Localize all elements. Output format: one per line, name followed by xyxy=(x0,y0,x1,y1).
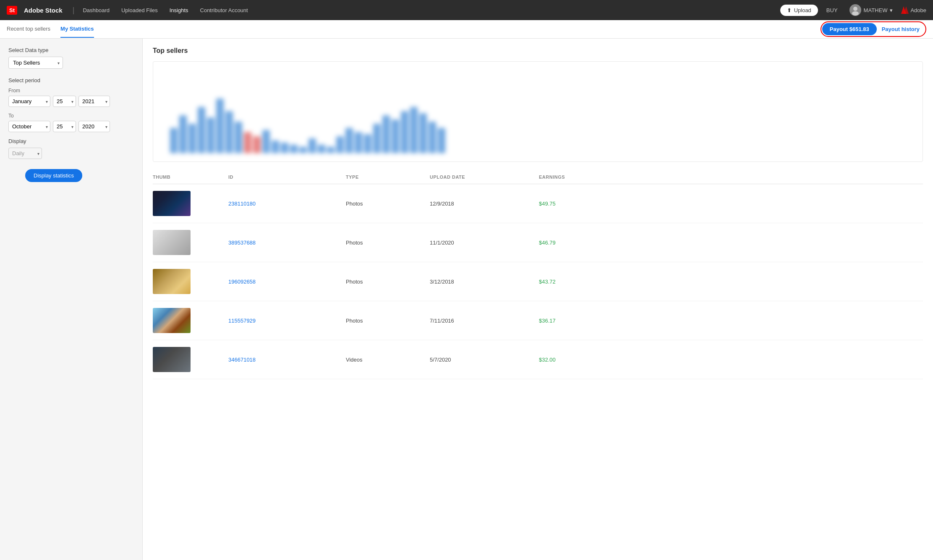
adobe-link[interactable]: Adobe xyxy=(901,6,926,14)
table-row: 238110180 Photos 12/9/2018 $49.75 xyxy=(153,184,923,223)
svg-point-1 xyxy=(852,11,859,16)
chart-bar xyxy=(262,130,270,153)
thumbnail-image xyxy=(153,191,191,216)
nav-link-contributor-account[interactable]: Contributor Account xyxy=(197,7,251,13)
to-year-select[interactable]: 2021202020192018 xyxy=(78,121,110,132)
display-select-wrap: DailyWeeklyMonthly ▾ xyxy=(8,148,42,159)
table-cell-earnings: $46.79 xyxy=(539,240,923,246)
table-cell-id: 346671018 xyxy=(228,356,346,363)
to-month-select[interactable]: JanuaryFebruaryMarchApril MayJuneJulyAug… xyxy=(8,121,50,132)
nav-link-insights[interactable]: Insights xyxy=(166,7,192,13)
chart-bar xyxy=(373,124,381,153)
brand-logo: St xyxy=(7,6,17,15)
table-cell-type: Photos xyxy=(346,240,430,246)
asset-id-link[interactable]: 115557929 xyxy=(228,318,256,324)
col-type: TYPE xyxy=(346,175,430,180)
thumbnail-image xyxy=(153,269,191,294)
col-earnings: EARNINGS xyxy=(539,175,923,180)
chart-bar xyxy=(345,128,353,153)
from-label: From xyxy=(8,88,134,94)
from-month-select[interactable]: JanuaryFebruaryMarchApril MayJuneJulyAug… xyxy=(8,96,50,107)
chart-bar xyxy=(179,115,187,153)
table-cell-upload-date: 5/7/2020 xyxy=(430,357,539,363)
to-label: To xyxy=(8,113,134,119)
chart-bar xyxy=(272,141,279,153)
avatar xyxy=(849,4,861,16)
svg-point-0 xyxy=(853,7,857,11)
display-label: Display xyxy=(8,138,134,144)
user-chevron-icon: ▾ xyxy=(890,7,893,13)
asset-id-link[interactable]: 238110180 xyxy=(228,201,256,207)
table-cell-id: 389537688 xyxy=(228,239,346,246)
upload-button[interactable]: ⬆ Upload xyxy=(780,5,818,16)
chart-bar xyxy=(364,134,371,153)
chart-bar xyxy=(188,124,196,153)
col-upload-date: UPLOAD DATE xyxy=(430,175,539,180)
period-label: Select period xyxy=(8,77,134,83)
table-cell-earnings: $43.72 xyxy=(539,279,923,285)
upload-label: Upload xyxy=(794,7,811,13)
data-type-select[interactable]: Top Sellers Downloads Views xyxy=(8,57,63,69)
table-row: 389537688 Photos 11/1/2020 $46.79 xyxy=(153,223,923,262)
nav-divider: | xyxy=(73,6,75,15)
thumbnail-image xyxy=(153,347,191,372)
to-day-select[interactable]: 25 xyxy=(53,121,76,132)
thumbnail-image xyxy=(153,230,191,255)
display-statistics-button[interactable]: Display statistics xyxy=(25,169,82,182)
from-day-wrap: 25 ▾ xyxy=(53,96,76,107)
tab-my-statistics[interactable]: My Statistics xyxy=(60,21,94,38)
sub-navigation: Recent top sellers My Statistics Payout … xyxy=(0,20,933,39)
table-cell-upload-date: 12/9/2018 xyxy=(430,201,539,207)
table-cell-thumb xyxy=(153,347,228,372)
chart-bar xyxy=(429,122,436,153)
chart-bar xyxy=(308,138,316,153)
table-header: THUMB ID TYPE UPLOAD DATE EARNINGS xyxy=(153,170,923,184)
table-cell-type: Photos xyxy=(346,318,430,324)
table-section: THUMB ID TYPE UPLOAD DATE EARNINGS 23811… xyxy=(153,170,923,379)
payout-highlight-box: Payout $651.83 Payout history xyxy=(821,21,926,37)
table-cell-type: Videos xyxy=(346,357,430,363)
subnav-tabs: Recent top sellers My Statistics xyxy=(7,21,94,38)
chart-bar xyxy=(290,145,298,153)
chart-bar xyxy=(327,147,335,153)
nav-link-dashboard[interactable]: Dashboard xyxy=(79,7,113,13)
from-year-select[interactable]: 2021202020192018 xyxy=(78,96,110,107)
data-type-label: Select Data type xyxy=(8,47,134,53)
payout-history-button[interactable]: Payout history xyxy=(877,23,925,35)
payout-button[interactable]: Payout $651.83 xyxy=(822,23,877,35)
display-select[interactable]: DailyWeeklyMonthly xyxy=(8,148,42,159)
table-cell-earnings: $49.75 xyxy=(539,201,923,207)
table-body: 238110180 Photos 12/9/2018 $49.75 389537… xyxy=(153,184,923,379)
table-cell-thumb xyxy=(153,191,228,216)
table-cell-type: Photos xyxy=(346,279,430,285)
chart-bar xyxy=(318,145,325,153)
chart-bar xyxy=(281,143,288,153)
to-month-wrap: JanuaryFebruaryMarchApril MayJuneJulyAug… xyxy=(8,121,50,132)
buy-link[interactable]: BUY xyxy=(823,7,841,13)
user-menu[interactable]: MATHEW ▾ xyxy=(846,4,896,16)
col-id: ID xyxy=(228,175,346,180)
chart-bar xyxy=(198,107,205,153)
chart-bar xyxy=(207,117,214,153)
nav-link-uploaded-files[interactable]: Uploaded Files xyxy=(118,7,161,13)
table-cell-upload-date: 11/1/2020 xyxy=(430,240,539,246)
tab-recent-top-sellers[interactable]: Recent top sellers xyxy=(7,21,50,38)
chart-container xyxy=(153,61,923,162)
table-cell-thumb xyxy=(153,308,228,333)
chart-bar xyxy=(336,136,344,153)
table-cell-id: 238110180 xyxy=(228,200,346,207)
asset-id-link[interactable]: 196092658 xyxy=(228,279,256,285)
data-type-select-wrap: Top Sellers Downloads Views ▾ xyxy=(8,57,63,69)
table-cell-thumb xyxy=(153,269,228,294)
chart-bar xyxy=(244,132,251,153)
subnav-actions: Payout $651.83 Payout history xyxy=(821,21,926,37)
table-row: 196092658 Photos 3/12/2018 $43.72 xyxy=(153,262,923,301)
upload-icon: ⬆ xyxy=(787,7,792,13)
chart-bar xyxy=(392,120,399,153)
chart-bar xyxy=(225,111,233,153)
asset-id-link[interactable]: 389537688 xyxy=(228,240,256,246)
asset-id-link[interactable]: 346671018 xyxy=(228,357,256,363)
from-day-select[interactable]: 25 xyxy=(53,96,76,107)
to-date-row: JanuaryFebruaryMarchApril MayJuneJulyAug… xyxy=(8,121,134,132)
table-cell-upload-date: 7/11/2016 xyxy=(430,318,539,324)
